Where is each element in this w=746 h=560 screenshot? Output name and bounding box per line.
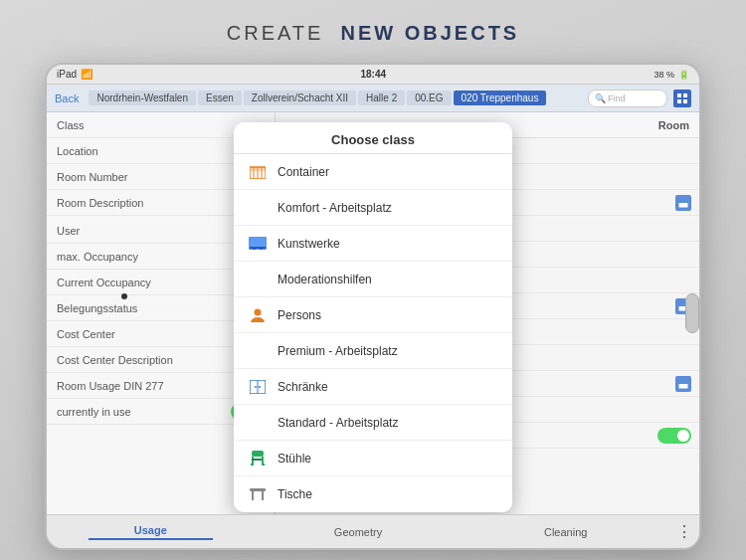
- modal-item-moderationshilfen[interactable]: Moderationshilfen: [234, 262, 512, 297]
- svg-point-25: [255, 386, 257, 388]
- modal-item-komfort[interactable]: Komfort - Arbeitsplatz: [234, 190, 512, 226]
- modal-item-stuehle[interactable]: Stühle: [234, 441, 512, 476]
- tab-cleaning-label: Cleaning: [544, 526, 587, 538]
- svg-rect-19: [250, 247, 266, 249]
- premium-icon: [248, 341, 268, 361]
- page-title: CREATE NEW OBJECTS: [227, 22, 519, 44]
- grid-view-icon[interactable]: [673, 90, 691, 107]
- breadcrumb-item-4[interactable]: Halle 2: [358, 91, 405, 105]
- modal-label-premium: Premium - Arbeitsplatz: [278, 344, 398, 358]
- more-button[interactable]: ⋮: [669, 522, 699, 541]
- modal-label-komfort: Komfort - Arbeitsplatz: [278, 201, 392, 215]
- svg-rect-20: [253, 248, 256, 250]
- tab-usage-underline: [89, 538, 213, 540]
- svg-rect-2: [677, 99, 681, 103]
- modal-label-kunstwerke: Kunstwerke: [278, 237, 340, 251]
- schraenke-icon: [248, 377, 268, 397]
- modal-label-moderationshilfen: Moderationshilfen: [278, 273, 372, 286]
- stuehle-icon: [248, 449, 268, 468]
- search-input[interactable]: 🔍 Find: [588, 90, 667, 107]
- svg-rect-30: [262, 457, 264, 465]
- page-header: CREATE NEW OBJECTS: [227, 22, 519, 45]
- modal-label-standard: Standard - Arbeitsplatz: [278, 416, 398, 430]
- container-icon: [248, 162, 268, 182]
- kunstwerke-icon: [248, 234, 268, 254]
- modal-item-tische[interactable]: Tische: [234, 476, 512, 512]
- modal-item-standard[interactable]: Standard - Arbeitsplatz: [234, 405, 512, 441]
- status-right: 38 % 🔋: [653, 70, 689, 80]
- svg-rect-0: [677, 93, 681, 97]
- komfort-icon: [248, 198, 268, 218]
- back-button[interactable]: Back: [55, 93, 79, 104]
- svg-rect-32: [262, 464, 265, 466]
- main-area: Class Location Room Number Room Descript…: [47, 112, 699, 514]
- svg-rect-18: [250, 238, 266, 247]
- modal-label-schraenke: Schränke: [278, 380, 328, 394]
- svg-rect-33: [250, 488, 266, 491]
- breadcrumb-item-6[interactable]: 020 Treppenhaus: [454, 91, 547, 105]
- modal-label-persons: Persons: [278, 308, 321, 322]
- time-display: 18:44: [360, 69, 386, 80]
- device-label: iPad: [57, 69, 77, 80]
- tab-bar-inner: Usage Geometry Cleaning: [47, 515, 669, 548]
- status-bar: iPad 📶 18:44 38 % 🔋: [47, 65, 699, 85]
- choose-class-modal: Choose class Container Komfort - Arbeits…: [234, 122, 512, 512]
- nav-bar: Back Nordrhein-Westfalen Essen Zollverei…: [47, 85, 699, 112]
- modal-item-premium[interactable]: Premium - Arbeitsplatz: [234, 333, 512, 369]
- svg-rect-1: [683, 93, 687, 97]
- breadcrumb-item-2[interactable]: Essen: [198, 91, 242, 105]
- status-left: iPad 📶: [57, 69, 93, 80]
- svg-point-26: [259, 386, 261, 388]
- tab-usage-label: Usage: [134, 524, 167, 536]
- breadcrumb-item-5[interactable]: 00.EG: [407, 91, 451, 105]
- standard-icon: [248, 413, 268, 433]
- modal-item-container[interactable]: Container: [234, 154, 512, 190]
- modal-title: Choose class: [234, 122, 512, 154]
- modal-overlay: Choose class Container Komfort - Arbeits…: [47, 112, 699, 480]
- svg-point-22: [255, 308, 262, 315]
- tab-geometry[interactable]: Geometry: [255, 515, 463, 548]
- svg-rect-21: [260, 248, 263, 250]
- modal-label-stuehle: Stühle: [278, 452, 311, 466]
- tab-cleaning[interactable]: Cleaning: [462, 515, 669, 548]
- breadcrumb-item-3[interactable]: Zollverein/Schacht XII: [244, 91, 356, 105]
- tab-usage[interactable]: Usage: [47, 515, 255, 548]
- svg-rect-35: [262, 491, 264, 500]
- svg-rect-34: [252, 491, 254, 500]
- modal-item-schraenke[interactable]: Schränke: [234, 369, 512, 405]
- svg-rect-27: [252, 451, 264, 457]
- modal-label-tische: Tische: [278, 487, 312, 501]
- modal-label-container: Container: [278, 165, 329, 179]
- battery-icon: 🔋: [678, 70, 689, 80]
- battery-level: 38 %: [653, 70, 674, 80]
- more-icon: ⋮: [676, 522, 692, 541]
- tische-icon: [248, 484, 268, 504]
- tab-bar: Usage Geometry Cleaning ⋮: [47, 514, 699, 548]
- tab-geometry-label: Geometry: [334, 526, 382, 538]
- modal-item-kunstwerke[interactable]: Kunstwerke: [234, 226, 512, 262]
- wifi-icon: 📶: [81, 69, 93, 80]
- moderationshilfen-icon: [248, 270, 268, 289]
- persons-icon: [248, 305, 268, 325]
- breadcrumb-bar: Nordrhein-Westfalen Essen Zollverein/Sch…: [89, 91, 582, 105]
- svg-rect-31: [251, 464, 254, 466]
- breadcrumb-item-1[interactable]: Nordrhein-Westfalen: [89, 91, 196, 105]
- modal-item-persons[interactable]: Persons: [234, 297, 512, 333]
- ipad-frame: iPad 📶 18:44 38 % 🔋 Back Nordrhein-Westf…: [45, 63, 701, 550]
- svg-rect-3: [683, 99, 687, 103]
